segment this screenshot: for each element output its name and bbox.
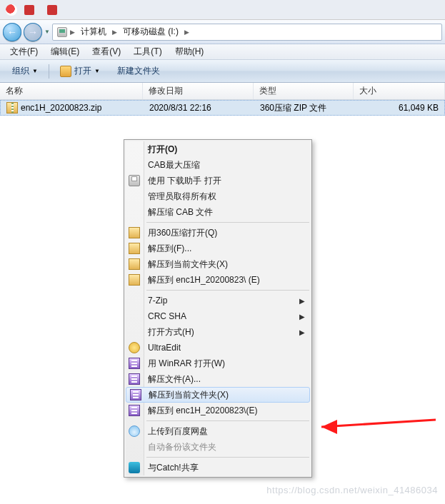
new-folder-button[interactable]: 新建文件夹	[111, 62, 166, 80]
winrar-icon	[130, 389, 141, 400]
menu-view[interactable]: 查看(V)	[86, 44, 126, 59]
ctx-download-assistant[interactable]: 使用 下载助手 打开	[125, 173, 311, 188]
ctx-7zip[interactable]: 7-Zip▶	[125, 293, 311, 308]
submenu-arrow-icon: ▶	[299, 297, 305, 305]
zip-icon	[129, 227, 140, 238]
nav-history-dropdown[interactable]: ▼	[44, 29, 52, 35]
submenu-arrow-icon: ▶	[299, 313, 305, 321]
list-header: 名称 修改日期 类型 大小	[0, 83, 445, 100]
ctx-open-with[interactable]: 打开方式(H)▶	[125, 324, 311, 340]
ctx-open-360[interactable]: 用360压缩打开(Q)	[125, 225, 311, 241]
ultraedit-icon	[129, 342, 140, 353]
breadcrumb-segment[interactable]: 计算机	[78, 25, 109, 39]
menu-edit[interactable]: 编辑(E)	[45, 44, 85, 59]
open-button[interactable]: 打开▼	[54, 62, 106, 80]
tab-favicon-icon	[47, 5, 57, 15]
drive-icon	[57, 27, 67, 37]
chevron-right-icon[interactable]: ▶	[184, 29, 189, 36]
ctx-winrar-files[interactable]: 解压文件(A)...	[125, 371, 311, 387]
column-name[interactable]: 名称	[0, 83, 143, 99]
organize-button[interactable]: 组织▼	[6, 62, 44, 80]
ctx-winrar-extract-named[interactable]: 解压到 enc1H_20200823\(E)	[125, 403, 311, 418]
zip-icon	[129, 243, 140, 254]
ctx-admin-ownership[interactable]: 管理员取得所有权	[125, 188, 311, 204]
ctx-extract-named-360[interactable]: 解压到 enc1H_20200823\ (E)	[125, 272, 311, 288]
context-menu-separator	[146, 222, 309, 223]
ctx-ultraedit[interactable]: UltraEdit	[125, 340, 311, 356]
file-type: 360压缩 ZIP 文件	[254, 102, 354, 114]
file-row[interactable]: enc1H_20200823.zip 2020/8/31 22:16 360压缩…	[0, 100, 445, 116]
column-size[interactable]: 大小	[354, 83, 445, 99]
zip-icon	[129, 274, 140, 286]
menu-help[interactable]: 帮助(H)	[169, 44, 210, 59]
ctx-baidu-upload[interactable]: 上传到百度网盘	[125, 423, 311, 439]
chevron-right-icon[interactable]: ▶	[112, 29, 117, 36]
window-icon	[6, 4, 17, 16]
toolbar-separator	[49, 64, 49, 79]
breadcrumb-segment[interactable]: 可移动磁盘 (I:)	[120, 25, 181, 39]
context-menu: 打开(O) CAB最大压缩 使用 下载助手 打开 管理员取得所有权 解压缩 CA…	[124, 139, 312, 478]
file-size: 61,049 KB	[354, 103, 444, 113]
open-icon	[60, 66, 71, 77]
chevron-down-icon: ▼	[32, 68, 38, 74]
ctx-cab-max[interactable]: CAB最大压缩	[125, 157, 311, 173]
ctx-extract-here-360[interactable]: 解压到当前文件夹(X)	[125, 256, 311, 272]
column-date[interactable]: 修改日期	[143, 83, 254, 99]
ctx-extract-to[interactable]: 解压到(F)...	[125, 241, 311, 256]
ctx-extract-cab[interactable]: 解压缩 CAB 文件	[125, 204, 311, 220]
context-menu-separator	[146, 420, 309, 421]
chevron-down-icon: ▼	[94, 68, 100, 74]
app-icon	[129, 175, 140, 186]
submenu-arrow-icon: ▶	[299, 328, 305, 336]
browser-tab-strip	[0, 0, 445, 20]
ctx-auto-backup: 自动备份该文件夹	[125, 439, 311, 455]
ctx-open[interactable]: 打开(O)	[125, 141, 311, 157]
winrar-icon	[129, 405, 140, 416]
winrar-icon	[129, 358, 140, 369]
ctx-crc-sha[interactable]: CRC SHA▶	[125, 308, 311, 324]
column-type[interactable]: 类型	[254, 83, 354, 99]
ctx-catch-share[interactable]: 与Catch!共享	[125, 460, 311, 475]
file-date: 2020/8/31 22:16	[144, 103, 254, 113]
menubar: 文件(F) 编辑(E) 查看(V) 工具(T) 帮助(H)	[0, 44, 445, 60]
nav-row: ← → ▼ ▶ 计算机 ▶ 可移动磁盘 (I:) ▶	[0, 20, 445, 44]
browser-tab[interactable]	[21, 5, 40, 15]
ctx-winrar-open[interactable]: 用 WinRAR 打开(W)	[125, 356, 311, 371]
back-button[interactable]: ←	[3, 23, 21, 41]
context-menu-separator	[146, 290, 309, 291]
forward-button[interactable]: →	[24, 23, 42, 41]
menu-file[interactable]: 文件(F)	[4, 44, 44, 59]
ctx-winrar-extract-here[interactable]: 解压到当前文件夹(X)	[126, 387, 310, 403]
file-name: enc1H_20200823.zip	[21, 103, 101, 113]
winrar-icon	[129, 373, 140, 385]
browser-tab[interactable]	[44, 5, 63, 15]
catch-icon	[129, 462, 140, 473]
tab-favicon-icon	[24, 5, 34, 15]
chevron-right-icon[interactable]: ▶	[70, 29, 75, 36]
toolbar: 组织▼ 打开▼ 新建文件夹	[0, 60, 445, 83]
breadcrumb[interactable]: ▶ 计算机 ▶ 可移动磁盘 (I:) ▶	[52, 24, 442, 41]
zip-icon	[129, 258, 140, 270]
cloud-icon	[129, 425, 140, 437]
zip-file-icon	[6, 102, 18, 114]
menu-tools[interactable]: 工具(T)	[128, 44, 167, 59]
context-menu-separator	[146, 457, 309, 458]
